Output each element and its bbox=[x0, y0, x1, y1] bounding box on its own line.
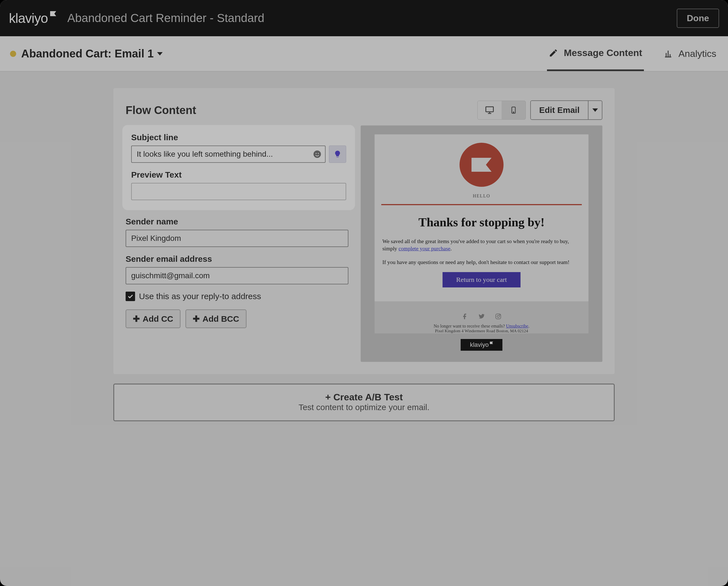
done-button[interactable]: Done bbox=[677, 9, 719, 28]
sender-name-label: Sender name bbox=[126, 217, 348, 226]
caret-down-icon bbox=[157, 52, 163, 55]
reply-to-label: Use this as your reply-to address bbox=[139, 292, 261, 301]
tab-message-content-label: Message Content bbox=[564, 47, 642, 58]
instagram-icon[interactable] bbox=[494, 313, 502, 320]
unsubscribe-link[interactable]: Unsubscribe bbox=[506, 324, 528, 328]
plus-icon: ✚ bbox=[133, 314, 140, 324]
edit-email-group: Edit Email bbox=[530, 100, 602, 120]
preview-text-input[interactable] bbox=[131, 183, 346, 200]
svg-point-8 bbox=[500, 315, 500, 315]
complete-purchase-link[interactable]: complete your purchase bbox=[398, 246, 450, 251]
brand-flag-icon bbox=[471, 158, 492, 172]
address-line: Pixel Kingdom 4 Windermere Road Boston, … bbox=[374, 329, 589, 334]
preview-body-1: We saved all of the great items you've a… bbox=[382, 238, 581, 252]
email-title-dropdown[interactable]: Abandoned Cart: Email 1 bbox=[21, 47, 163, 60]
klaviyo-badge: klaviyo bbox=[461, 339, 502, 351]
twitter-icon[interactable] bbox=[478, 313, 486, 320]
tabs: Message Content Analytics bbox=[547, 36, 718, 71]
device-toggle bbox=[477, 101, 526, 120]
svg-point-3 bbox=[314, 150, 321, 158]
topbar: klaviyo Abandoned Cart Reminder - Standa… bbox=[0, 0, 728, 36]
main: Flow Content Edit Email bbox=[0, 71, 728, 438]
subject-input[interactable] bbox=[131, 146, 326, 163]
badge-text: klaviyo bbox=[470, 341, 489, 348]
preview-text-label: Preview Text bbox=[131, 170, 346, 179]
create-ab-test-button[interactable]: + Create A/B Test Test content to optimi… bbox=[113, 384, 615, 421]
tab-analytics[interactable]: Analytics bbox=[662, 36, 718, 71]
logo-flag-icon bbox=[50, 11, 56, 16]
tab-analytics-label: Analytics bbox=[678, 48, 716, 59]
preview-heading: Thanks for stopping by! bbox=[374, 215, 589, 229]
add-bcc-button[interactable]: ✚ Add BCC bbox=[185, 310, 246, 328]
mobile-view-button[interactable] bbox=[501, 101, 525, 119]
status-dot-icon bbox=[10, 51, 16, 57]
reply-to-checkbox-row[interactable]: Use this as your reply-to address bbox=[126, 292, 348, 301]
email-preview-column: HELLO Thanks for stopping by! We saved a… bbox=[361, 125, 602, 362]
svg-point-4 bbox=[315, 153, 317, 154]
sender-name-input[interactable] bbox=[126, 230, 348, 247]
brand-logo-icon bbox=[460, 143, 503, 187]
edit-email-button[interactable]: Edit Email bbox=[531, 101, 588, 119]
sender-email-label: Sender email address bbox=[126, 254, 348, 264]
ab-test-title: + Create A/B Test bbox=[114, 392, 614, 402]
checkbox-checked-icon bbox=[126, 292, 135, 301]
desktop-view-button[interactable] bbox=[478, 101, 501, 119]
logo: klaviyo bbox=[9, 10, 56, 26]
card-title: Flow Content bbox=[126, 104, 196, 117]
ab-test-subtitle: Test content to optimize your email. bbox=[114, 402, 614, 412]
svg-point-7 bbox=[497, 315, 499, 318]
chart-bar-icon bbox=[664, 49, 673, 58]
edit-email-dropdown[interactable] bbox=[588, 101, 602, 119]
emoji-picker-button[interactable] bbox=[313, 150, 322, 158]
logo-text: klaviyo bbox=[9, 10, 48, 26]
subject-label: Subject line bbox=[131, 133, 346, 142]
add-cc-label: Add CC bbox=[142, 314, 173, 324]
add-bcc-label: Add BCC bbox=[203, 314, 239, 324]
subheader: Abandoned Cart: Email 1 Message Content … bbox=[0, 36, 728, 71]
return-to-cart-button[interactable]: Return to your cart bbox=[443, 272, 521, 288]
form-column: Subject line Pr bbox=[126, 125, 348, 362]
ai-suggestion-button[interactable] bbox=[329, 146, 346, 163]
svg-rect-0 bbox=[486, 107, 493, 112]
svg-point-2 bbox=[513, 112, 514, 113]
breadcrumb: Abandoned Cart Reminder - Standard bbox=[68, 11, 264, 25]
email-title-text: Abandoned Cart: Email 1 bbox=[21, 47, 154, 60]
divider bbox=[381, 204, 582, 205]
badge-flag-icon bbox=[490, 342, 493, 344]
facebook-icon[interactable] bbox=[461, 313, 469, 320]
preview-body-2: If you have any questions or need any he… bbox=[382, 259, 581, 266]
flow-content-card: Flow Content Edit Email bbox=[113, 88, 615, 374]
social-icons bbox=[374, 307, 589, 324]
unsubscribe-line: No longer want to receive these emails? … bbox=[374, 324, 589, 329]
pencil-icon bbox=[549, 48, 558, 58]
svg-point-5 bbox=[318, 153, 319, 154]
caret-down-icon bbox=[592, 108, 598, 112]
preview-hello: HELLO bbox=[374, 194, 589, 198]
toolbar: Edit Email bbox=[477, 100, 602, 120]
sender-email-input[interactable] bbox=[126, 267, 348, 284]
add-cc-button[interactable]: ✚ Add CC bbox=[126, 310, 180, 328]
subject-preview-panel: Subject line Pr bbox=[123, 125, 355, 210]
email-preview: HELLO Thanks for stopping by! We saved a… bbox=[374, 135, 589, 334]
tab-message-content[interactable]: Message Content bbox=[547, 36, 644, 71]
plus-icon: ✚ bbox=[193, 314, 200, 324]
